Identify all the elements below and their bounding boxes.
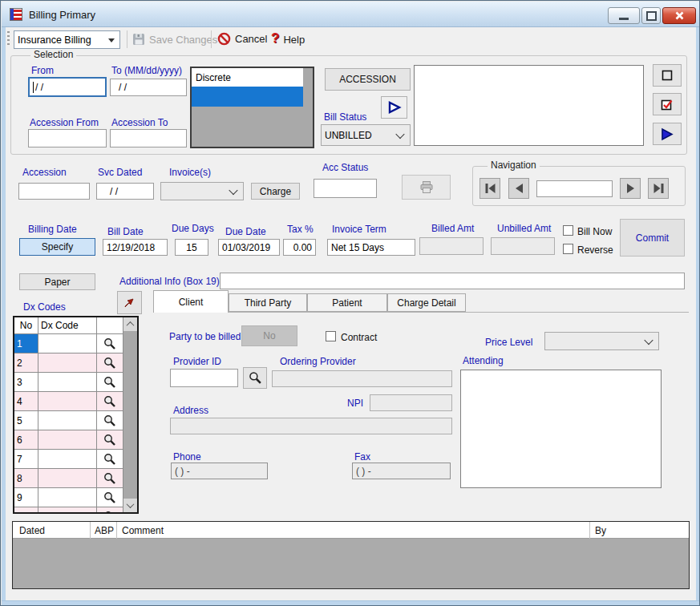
run-selection-button[interactable] (381, 96, 407, 119)
tax-field[interactable]: 0.00 (283, 239, 316, 256)
dx-row-number[interactable]: 3 (14, 373, 38, 392)
dx-code-cell[interactable] (38, 469, 97, 488)
dx-code-cell[interactable] (38, 507, 97, 514)
nav-previous-button[interactable] (508, 178, 529, 199)
tab-charge-detail[interactable]: Charge Detail (387, 293, 466, 312)
provider-search-button[interactable] (243, 367, 267, 389)
dx-search-button[interactable] (97, 469, 123, 488)
dx-search-button[interactable] (97, 507, 123, 514)
attending-listbox[interactable] (460, 370, 662, 488)
dx-search-button[interactable] (97, 354, 123, 373)
dx-code-cell[interactable] (38, 373, 97, 392)
print-button[interactable] (402, 175, 451, 200)
bill-date-field[interactable]: 12/19/2018 (103, 239, 168, 256)
nav-position-field[interactable] (536, 180, 613, 197)
column-separator (90, 522, 91, 539)
tab-patient[interactable]: Patient (307, 293, 387, 312)
dx-search-button[interactable] (97, 450, 123, 469)
list-item-selected[interactable] (192, 87, 303, 107)
dx-search-button[interactable] (97, 373, 123, 392)
dx-code-cell[interactable] (38, 488, 97, 507)
invoices-label: Invoice(s) (169, 168, 211, 178)
mode-listbox[interactable]: Discrete (190, 67, 314, 148)
dx-row-number[interactable]: 6 (14, 430, 38, 450)
specify-button[interactable]: Specify (19, 238, 95, 256)
dx-scrollbar[interactable] (123, 317, 137, 512)
dx-row-number[interactable]: 5 (14, 411, 38, 430)
contract-checkbox[interactable] (326, 331, 336, 341)
magnifier-icon (249, 371, 262, 385)
dx-row-number[interactable]: 1 (14, 334, 38, 354)
dx-codes-grid[interactable]: No Dx Code 1 2 3 4 5 6 7 8 9 10 (13, 316, 139, 514)
dx-search-button[interactable] (97, 392, 123, 411)
dx-code-cell[interactable] (38, 392, 97, 411)
provider-id-input[interactable] (170, 369, 238, 387)
invoices-select[interactable] (160, 182, 244, 200)
list-item[interactable]: Discrete (192, 68, 303, 87)
uncheck-all-button[interactable] (653, 64, 682, 87)
bill-now-checkbox[interactable] (563, 225, 573, 236)
dx-search-button[interactable] (97, 334, 123, 354)
dx-row-number[interactable]: 10 (14, 507, 38, 514)
svc-dated-field[interactable]: / / (96, 183, 154, 200)
check-all-button[interactable] (653, 93, 682, 115)
process-selected-button[interactable] (653, 123, 682, 145)
maximize-button[interactable] (641, 7, 661, 24)
paper-button[interactable]: Paper (19, 273, 95, 290)
from-input[interactable]: / / (28, 77, 107, 97)
additional-info-input[interactable] (220, 273, 685, 289)
dx-row-number[interactable]: 7 (14, 450, 38, 469)
save-changes-button[interactable]: Save Changes (132, 33, 217, 46)
dx-search-button[interactable] (97, 430, 123, 450)
help-button[interactable]: ? Help (271, 30, 305, 46)
dx-code-cell[interactable] (38, 334, 97, 354)
comments-header-row (13, 522, 689, 539)
party-to-be-billed-button[interactable]: No (241, 325, 297, 346)
dx-code-cell[interactable] (38, 450, 97, 469)
nav-last-button[interactable] (648, 178, 669, 199)
dx-search-button[interactable] (97, 411, 123, 430)
accession-field[interactable] (18, 183, 90, 200)
charge-button[interactable]: Charge (251, 183, 300, 200)
scroll-up-button[interactable] (123, 317, 137, 331)
navigation-legend: Navigation (488, 160, 540, 171)
billing-view-select[interactable]: Insurance Billing (14, 30, 120, 49)
nav-first-button[interactable] (479, 178, 500, 199)
chevron-down-icon (644, 335, 653, 344)
invoice-term-field[interactable]: Net 15 Days (327, 239, 415, 256)
reverse-checkbox[interactable] (563, 244, 573, 254)
price-level-select[interactable] (544, 332, 659, 350)
accession-button[interactable]: ACCESSION (325, 68, 411, 91)
accession-from-input[interactable] (28, 129, 107, 147)
dx-search-button[interactable] (97, 488, 123, 507)
to-input[interactable]: / / (110, 79, 187, 96)
tab-client[interactable]: Client (153, 290, 229, 313)
acc-status-field[interactable] (314, 179, 377, 198)
dx-row-number[interactable]: 8 (14, 469, 38, 488)
due-days-field[interactable]: 15 (175, 239, 208, 256)
accession-results-listbox[interactable] (414, 65, 644, 146)
titlebar[interactable]: Billing Primary (2, 2, 700, 27)
dx-row-number[interactable]: 9 (14, 488, 38, 507)
dx-jump-button[interactable] (117, 291, 142, 314)
scroll-down-button[interactable] (123, 499, 137, 512)
minimize-button[interactable] (608, 7, 640, 24)
dx-code-cell[interactable] (38, 430, 97, 450)
comments-table[interactable]: Dated ABP Comment By (12, 521, 690, 589)
fax-field: ( ) - (352, 463, 451, 479)
accession-to-input[interactable] (110, 129, 187, 147)
dx-row-number[interactable]: 4 (14, 392, 38, 411)
dx-code-cell[interactable] (38, 411, 97, 430)
commit-button[interactable]: Commit (620, 219, 685, 257)
nav-next-button[interactable] (620, 178, 641, 199)
dx-row-number[interactable]: 2 (14, 354, 38, 373)
fax-label: Fax (354, 452, 370, 463)
dx-code-cell[interactable] (38, 354, 97, 373)
cancel-button[interactable]: Cancel (217, 32, 267, 46)
toolbar-gripper[interactable] (7, 31, 10, 46)
due-date-field[interactable]: 01/03/2019 (218, 239, 280, 256)
close-button[interactable] (662, 7, 696, 24)
accession-from-label: Accession From (30, 118, 99, 128)
bill-status-select[interactable]: UNBILLED (321, 124, 411, 146)
tab-third-party[interactable]: Third Party (229, 293, 307, 312)
